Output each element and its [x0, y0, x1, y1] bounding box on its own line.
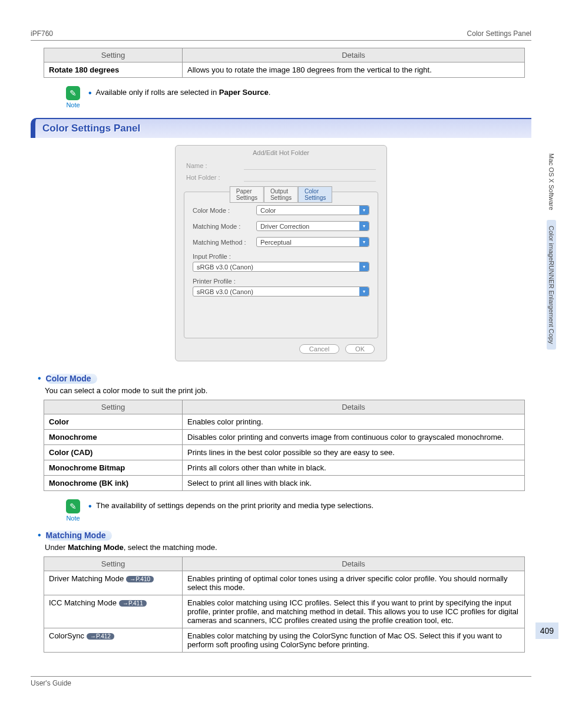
- note-label: Note: [66, 515, 80, 522]
- bullet-icon: •: [88, 501, 92, 511]
- chevron-down-icon: ▾: [359, 238, 369, 246]
- side-tab-imagerunner[interactable]: Color imageRUNNER Enlargement Copy: [547, 220, 556, 350]
- setting-details: Prints all colors other than white in bl…: [183, 460, 525, 476]
- matching-method-value: Perceptual: [260, 239, 292, 246]
- note-text: The availability of settings depends on …: [96, 501, 373, 510]
- note-suffix: .: [269, 88, 271, 97]
- printer-profile-value: sRGB v3.0 (Canon): [197, 288, 253, 295]
- color-mode-table: Setting Details ColorEnables color print…: [44, 400, 525, 491]
- hotfolder-label: Hot Folder :: [186, 174, 239, 181]
- matching-mode-label: Matching Mode :: [193, 223, 252, 230]
- tab-paper-settings[interactable]: Paper Settings: [230, 186, 264, 203]
- col-setting: Setting: [44, 48, 183, 62]
- color-mode-desc: You can select a color mode to suit the …: [45, 386, 531, 395]
- mm-desc-bold: Matching Mode: [68, 543, 124, 552]
- setting-details: Enables color matching by using the Colo…: [183, 628, 525, 653]
- table-row: Color (CAD)Prints lines in the best colo…: [44, 445, 525, 460]
- mm-desc-post: , select the matching mode.: [124, 543, 217, 552]
- name-label: Name :: [186, 162, 239, 169]
- input-profile-select[interactable]: sRGB v3.0 (Canon)▾: [193, 262, 369, 272]
- printer-profile-select[interactable]: sRGB v3.0 (Canon)▾: [193, 286, 369, 297]
- col-details: Details: [183, 557, 525, 571]
- name-input[interactable]: [244, 162, 376, 170]
- rotate-table: Setting Details Rotate 180 degrees Allow…: [44, 48, 525, 78]
- note-availability: ✎ Note • The availability of settings de…: [66, 499, 531, 522]
- setting-name: Rotate 180 degrees: [49, 65, 119, 74]
- dialog-preview: Add/Edit Hot Folder Name : Hot Folder : …: [175, 145, 387, 361]
- setting-details: Enables printing of optimal color tones …: [183, 571, 525, 595]
- mm-desc-pre: Under: [45, 543, 68, 552]
- color-mode-label: Color Mode :: [193, 207, 252, 214]
- color-mode-heading: Color Mode: [46, 374, 91, 383]
- table-row: ICC Matching Mode→P.411 Enables color ma…: [44, 595, 525, 628]
- page-ref-pill[interactable]: →P.411: [119, 600, 147, 607]
- tab-color-settings[interactable]: Color Settings: [298, 186, 332, 203]
- col-details: Details: [183, 400, 525, 414]
- cancel-button[interactable]: Cancel: [299, 344, 339, 354]
- note-bold: Paper Source: [219, 88, 269, 97]
- chevron-down-icon: ▾: [359, 287, 369, 296]
- chevron-down-icon: ▾: [359, 206, 369, 215]
- table-row: Driver Matching Mode→P.410 Enables print…: [44, 571, 525, 595]
- input-profile-label: Input Profile :: [193, 253, 369, 260]
- setting-name: Color: [49, 417, 69, 426]
- note-icon: ✎: [66, 86, 80, 100]
- note-icon: ✎: [66, 499, 80, 513]
- dialog-title: Add/Edit Hot Folder: [176, 146, 386, 160]
- chevron-down-icon: ▾: [359, 222, 369, 230]
- page-ref-pill[interactable]: →P.412: [87, 633, 114, 640]
- printer-profile-label: Printer Profile :: [193, 278, 369, 285]
- col-setting: Setting: [44, 400, 183, 414]
- setting-name: Color (CAD): [49, 448, 92, 457]
- tab-output-settings[interactable]: Output Settings: [264, 186, 298, 203]
- banner-title: Color Settings Panel: [42, 123, 140, 134]
- note-text: Available only if rolls are selected in: [96, 88, 219, 97]
- setting-details: Allows you to rotate the image 180 degre…: [183, 62, 525, 78]
- setting-details: Prints lines in the best color possible …: [183, 445, 525, 460]
- matching-mode-value: Driver Correction: [260, 223, 309, 230]
- bullet-icon: •: [88, 88, 92, 98]
- page-number: 409: [535, 622, 558, 639]
- table-row: Monochrome (BK ink)Select to print all l…: [44, 476, 525, 491]
- bullet-icon: •: [38, 530, 41, 541]
- page-ref-pill[interactable]: →P.410: [126, 576, 154, 582]
- setting-name: Monochrome: [49, 433, 97, 442]
- table-row: ColorEnables color printing.: [44, 414, 525, 430]
- doc-section: Color Settings Panel: [467, 29, 531, 38]
- color-mode-select[interactable]: Color▾: [256, 205, 369, 215]
- table-row: ColorSync→P.412 Enables color matching b…: [44, 628, 525, 653]
- matching-method-label: Matching Method :: [193, 239, 252, 246]
- side-tab-macos[interactable]: Mac OS X Software: [547, 147, 556, 216]
- matching-mode-select[interactable]: Driver Correction▾: [256, 221, 369, 231]
- setting-name: ICC Matching Mode: [49, 598, 117, 607]
- matching-mode-table: Setting Details Driver Matching Mode→P.4…: [44, 556, 525, 653]
- table-row: Monochrome BitmapPrints all colors other…: [44, 460, 525, 476]
- color-mode-value: Color: [260, 207, 276, 214]
- section-banner: Color Settings Panel: [31, 118, 531, 138]
- setting-name: Driver Matching Mode: [49, 574, 124, 583]
- matching-mode-heading: Matching Mode: [46, 531, 106, 540]
- setting-name: ColorSync: [49, 631, 84, 640]
- bullet-icon: •: [38, 373, 41, 384]
- setting-details: Enables color printing.: [183, 414, 525, 430]
- footer: User's Guide: [31, 676, 531, 687]
- ok-button[interactable]: OK: [345, 344, 375, 354]
- table-row: MonochromeDisables color printing and co…: [44, 430, 525, 445]
- col-setting: Setting: [44, 557, 183, 571]
- table-row: Rotate 180 degrees Allows you to rotate …: [44, 62, 525, 78]
- setting-name: Monochrome Bitmap: [49, 463, 125, 472]
- matching-method-select[interactable]: Perceptual▾: [256, 237, 369, 247]
- doc-model: iPF760: [31, 29, 53, 38]
- col-details: Details: [183, 48, 525, 62]
- note-label: Note: [66, 101, 80, 108]
- setting-name: Monochrome (BK ink): [49, 479, 128, 487]
- note-rolls: ✎ Note • Available only if rolls are sel…: [66, 86, 531, 108]
- setting-details: Disables color printing and converts ima…: [183, 430, 525, 445]
- chevron-down-icon: ▾: [359, 262, 369, 271]
- hotfolder-input[interactable]: [244, 173, 376, 182]
- input-profile-value: sRGB v3.0 (Canon): [197, 263, 253, 271]
- setting-details: Enables color matching using ICC profile…: [183, 595, 525, 628]
- setting-details: Select to print all lines with black ink…: [183, 476, 525, 491]
